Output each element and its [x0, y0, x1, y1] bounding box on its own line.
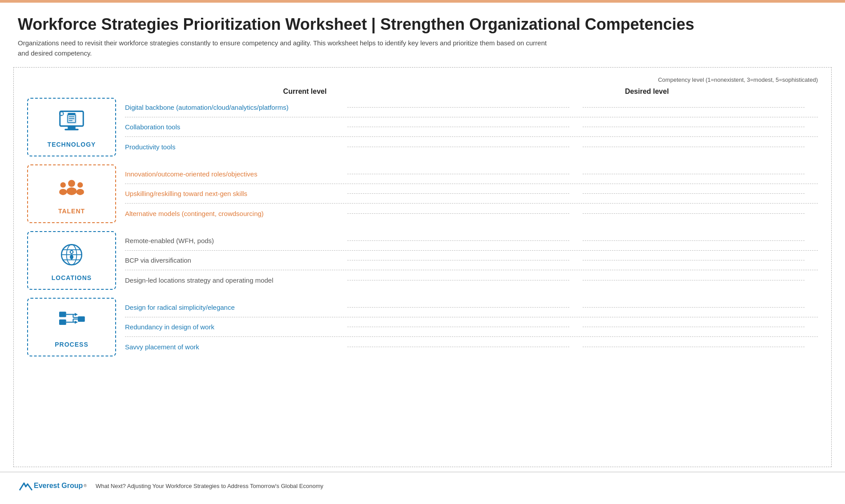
svg-marker-32 [75, 320, 78, 324]
locations-item-2: BCP via diversification [125, 256, 338, 264]
footer-brand: Everest Group [34, 482, 83, 490]
svg-rect-2 [64, 129, 79, 131]
desired-level-header: Desired level [476, 88, 818, 96]
locations-item-1: Remote-enabled (WFH, pods) [125, 237, 338, 244]
technology-section: TECHNOLOGY Digital backbone (automation/… [27, 98, 818, 156]
talent-section: TALENT Innovation/outcome-oriented roles… [27, 164, 818, 223]
process-icon [56, 306, 87, 337]
header-description: Organizations need to revisit their work… [18, 38, 551, 58]
talent-item-1: Innovation/outcome-oriented roles/object… [125, 170, 338, 178]
desired-cell [583, 347, 805, 347]
column-headers: Current level Desired level [134, 88, 818, 96]
current-cell [347, 213, 569, 214]
talent-icon-box: TALENT [27, 164, 116, 223]
desired-cell [583, 147, 805, 147]
svg-rect-33 [78, 316, 85, 322]
desired-cell [583, 127, 805, 127]
table-row: Remote-enabled (WFH, pods) [125, 231, 818, 251]
process-item-2: Redundancy in design of work [125, 323, 338, 331]
process-icon-box: PROCESS [27, 298, 116, 356]
table-row: Alternative models (contingent, crowdsou… [125, 204, 818, 223]
technology-rows: Digital backbone (automation/cloud/analy… [125, 98, 818, 156]
svg-rect-1 [68, 126, 76, 129]
table-row: Savvy placement of work [125, 337, 818, 356]
svg-rect-28 [59, 320, 66, 325]
desired-cell [583, 260, 805, 260]
svg-point-14 [68, 180, 75, 187]
technology-icon [56, 106, 87, 137]
footer: Everest Group® What Next? Adjusting Your… [0, 472, 845, 499]
talent-icon [56, 173, 87, 204]
table-row: Design for radical simplicity/elegance [125, 298, 818, 317]
svg-point-16 [60, 182, 66, 188]
talent-label: TALENT [58, 208, 85, 215]
desired-cell [583, 240, 805, 241]
current-cell [347, 240, 569, 241]
svg-marker-30 [75, 313, 78, 316]
page-title: Workforce Strategies Prioritization Work… [18, 15, 827, 34]
desired-cell [583, 213, 805, 214]
desired-cell [583, 280, 805, 280]
locations-item-3: Design-led locations strategy and operat… [125, 276, 338, 284]
process-rows: Design for radical simplicity/elegance R… [125, 298, 818, 356]
current-cell [347, 307, 569, 308]
everest-logo-icon [18, 478, 34, 494]
footer-text: What Next? Adjusting Your Workforce Stra… [96, 483, 323, 489]
talent-item-3: Alternative models (contingent, crowdsou… [125, 210, 338, 217]
tech-item-1: Digital backbone (automation/cloud/analy… [125, 104, 338, 111]
process-item-1: Design for radical simplicity/elegance [125, 304, 338, 311]
table-row: Innovation/outcome-oriented roles/object… [125, 164, 818, 184]
current-cell [347, 260, 569, 260]
desired-cell [583, 174, 805, 174]
table-row: Redundancy in design of work [125, 317, 818, 337]
table-row: Design-led locations strategy and operat… [125, 270, 818, 290]
svg-point-15 [67, 187, 77, 195]
footer-copyright: ® [84, 484, 87, 488]
current-cell [347, 193, 569, 194]
table-row: Collaboration tools [125, 117, 818, 137]
locations-rows: Remote-enabled (WFH, pods) BCP via diver… [125, 231, 818, 290]
current-cell [347, 147, 569, 147]
locations-icon-box: LOCATIONS [27, 231, 116, 290]
locations-icon [56, 240, 87, 271]
process-section: PROCESS Design for radical simplicity/el… [27, 298, 818, 356]
table-row: Upskilling/reskilling toward next-gen sk… [125, 184, 818, 204]
svg-rect-27 [59, 312, 66, 317]
current-cell [347, 280, 569, 280]
footer-logo: Everest Group® [18, 478, 87, 494]
main-container: Competency level (1=nonexistent, 3=modes… [13, 67, 832, 467]
svg-point-26 [71, 251, 72, 253]
technology-label: TECHNOLOGY [48, 141, 96, 148]
current-cell [347, 327, 569, 327]
talent-rows: Innovation/outcome-oriented roles/object… [125, 164, 818, 223]
table-row: Productivity tools [125, 137, 818, 156]
current-level-header: Current level [134, 88, 476, 96]
table-row: BCP via diversification [125, 251, 818, 270]
locations-label: LOCATIONS [52, 274, 92, 281]
process-item-3: Savvy placement of work [125, 343, 338, 351]
current-cell [347, 174, 569, 174]
current-cell [347, 127, 569, 127]
tech-item-3: Productivity tools [125, 143, 338, 151]
tech-item-2: Collaboration tools [125, 123, 338, 131]
svg-point-18 [77, 182, 83, 188]
current-cell [347, 347, 569, 347]
header: Workforce Strategies Prioritization Work… [0, 3, 845, 63]
desired-cell [583, 193, 805, 194]
talent-item-2: Upskilling/reskilling toward next-gen sk… [125, 190, 338, 197]
desired-cell [583, 107, 805, 108]
technology-icon-box: TECHNOLOGY [27, 98, 116, 156]
desired-cell [583, 327, 805, 327]
desired-cell [583, 307, 805, 308]
svg-point-17 [59, 189, 67, 195]
competency-note: Competency level (1=nonexistent, 3=modes… [27, 76, 818, 83]
current-cell [347, 107, 569, 108]
table-row: Digital backbone (automation/cloud/analy… [125, 98, 818, 117]
process-label: PROCESS [55, 341, 88, 348]
svg-point-19 [76, 189, 84, 195]
locations-section: LOCATIONS Remote-enabled (WFH, pods) BCP… [27, 231, 818, 290]
